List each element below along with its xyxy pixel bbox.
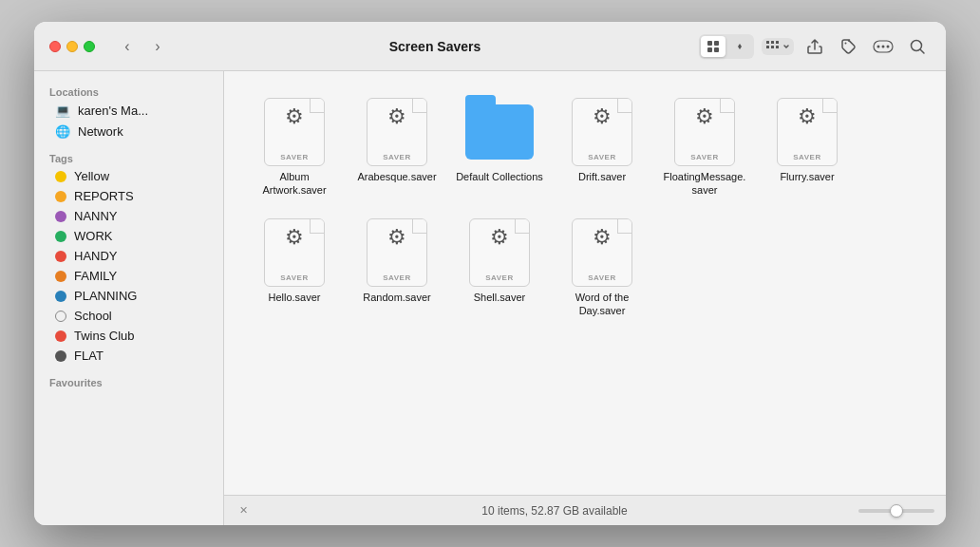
file-icon-container: ⚙ SAVER <box>260 98 329 166</box>
work-dot <box>55 231 66 242</box>
saver-icon: ⚙ SAVER <box>572 218 632 287</box>
sidebar: Locations 💻 karen's Ma... 🌐 Network Tags… <box>34 71 224 525</box>
saver-label: SAVER <box>383 274 410 282</box>
slider-track[interactable] <box>858 509 934 513</box>
sidebar-item-school[interactable]: School <box>40 306 217 326</box>
svg-rect-0 <box>707 41 712 46</box>
sidebar-item-flat[interactable]: FLAT <box>40 346 217 366</box>
file-item-default-collections[interactable]: Default Collections <box>452 90 547 203</box>
sidebar-item-yellow[interactable]: Yellow <box>40 166 217 186</box>
sidebar-item-family[interactable]: FAMILY <box>40 266 217 286</box>
view-toggle <box>699 34 754 59</box>
file-item-hello[interactable]: ⚙ SAVER Hello.saver <box>247 211 342 324</box>
sidebar-item-karens-mac[interactable]: 💻 karen's Ma... <box>40 100 217 121</box>
file-icon-container: ⚙ SAVER <box>465 218 534 287</box>
file-name: Default Collections <box>456 170 543 183</box>
back-button[interactable]: ‹ <box>114 33 141 60</box>
finder-window: ‹ › Screen Savers <box>34 22 946 525</box>
network-icon: 🌐 <box>55 123 70 139</box>
grid-view-button[interactable] <box>701 36 726 57</box>
sidebar-item-nanny[interactable]: NANNY <box>40 206 217 226</box>
share-button[interactable] <box>801 33 828 60</box>
sidebar-item-label: karen's Ma... <box>78 104 148 118</box>
titlebar: ‹ › Screen Savers <box>34 22 946 71</box>
sidebar-item-twins-club[interactable]: Twins Club <box>40 326 217 346</box>
file-name: Arabesque.saver <box>357 170 436 183</box>
window-title: Screen Savers <box>182 39 688 54</box>
sidebar-item-label: REPORTS <box>74 189 134 203</box>
saver-label: SAVER <box>485 274 513 282</box>
file-item-word-of-day[interactable]: ⚙ SAVER Word of theDay.saver <box>555 211 650 324</box>
more-button[interactable] <box>870 33 896 60</box>
svg-point-12 <box>882 45 885 47</box>
svg-rect-5 <box>771 41 774 44</box>
file-icon-container: ⚙ SAVER <box>568 98 636 166</box>
file-item-random[interactable]: ⚙ SAVER Random.saver <box>349 211 444 324</box>
svg-rect-3 <box>714 47 719 52</box>
file-icon-container: ⚙ SAVER <box>363 218 431 287</box>
forward-button[interactable]: › <box>144 33 171 60</box>
traffic-lights <box>49 41 95 52</box>
sidebar-item-planning[interactable]: PLANNING <box>40 286 217 306</box>
sidebar-item-label: Network <box>78 124 123 139</box>
saver-label: SAVER <box>690 153 718 161</box>
search-button[interactable] <box>904 33 931 60</box>
sidebar-item-label: NANNY <box>74 209 118 223</box>
sidebar-item-network[interactable]: 🌐 Network <box>40 121 217 141</box>
svg-rect-9 <box>776 46 779 48</box>
svg-point-11 <box>877 45 880 47</box>
file-item-shell[interactable]: ⚙ SAVER Shell.saver <box>452 211 547 324</box>
gear-icon: ⚙ <box>285 225 304 250</box>
sort-button[interactable] <box>727 36 752 57</box>
saver-icon: ⚙ SAVER <box>572 98 632 166</box>
sidebar-item-label: FAMILY <box>74 269 117 283</box>
minimize-button[interactable] <box>66 41 78 52</box>
file-name: Flurry.saver <box>780 170 834 183</box>
file-name: Drift.saver <box>578 170 626 183</box>
svg-rect-4 <box>766 41 769 44</box>
saver-icon: ⚙ SAVER <box>469 218 530 287</box>
sidebar-item-label: WORK <box>74 229 112 243</box>
file-name: FloatingMessage.saver <box>664 170 746 198</box>
file-item-flurry[interactable]: ⚙ SAVER Flurry.saver <box>760 90 855 203</box>
file-item-floating-message[interactable]: ⚙ SAVER FloatingMessage.saver <box>657 90 752 203</box>
saver-icon: ⚙ SAVER <box>264 218 325 287</box>
svg-point-13 <box>887 45 890 47</box>
handy-dot <box>55 251 66 262</box>
gear-icon: ⚙ <box>695 104 714 129</box>
sidebar-item-reports[interactable]: REPORTS <box>40 186 217 206</box>
maximize-button[interactable] <box>84 41 95 52</box>
gear-icon: ⚙ <box>387 225 406 250</box>
family-dot <box>55 271 66 282</box>
close-button[interactable] <box>49 41 61 52</box>
gear-icon: ⚙ <box>593 225 612 250</box>
saver-label: SAVER <box>793 153 820 161</box>
sidebar-item-label: Yellow <box>74 169 109 183</box>
file-icon-container: ⚙ SAVER <box>363 98 431 166</box>
toolbar-right <box>699 33 931 60</box>
status-close-button[interactable]: ✕ <box>236 503 251 519</box>
file-name: Hello.saver <box>268 291 320 304</box>
tag-button[interactable] <box>836 33 862 60</box>
saver-icon: ⚙ SAVER <box>264 98 325 166</box>
sidebar-item-label: PLANNING <box>74 289 137 303</box>
sidebar-item-handy[interactable]: HANDY <box>40 246 217 266</box>
status-bar: ✕ 10 items, 52.87 GB available <box>224 495 946 525</box>
file-area: ⚙ SAVER AlbumArtwork.saver ⚙ SAVER Ara <box>224 71 946 525</box>
view-options-button[interactable] <box>762 38 794 55</box>
gear-icon: ⚙ <box>387 104 406 129</box>
yellow-dot <box>55 171 66 182</box>
file-item-drift[interactable]: ⚙ SAVER Drift.saver <box>555 90 650 203</box>
slider-thumb[interactable] <box>890 504 903 518</box>
file-icon-container: ⚙ SAVER <box>670 98 739 166</box>
saver-icon: ⚙ SAVER <box>674 98 735 166</box>
sidebar-item-work[interactable]: WORK <box>40 226 217 246</box>
folder-icon <box>465 104 534 160</box>
saver-label: SAVER <box>588 153 615 161</box>
files-grid: ⚙ SAVER AlbumArtwork.saver ⚙ SAVER Ara <box>224 71 946 495</box>
file-item-album-artwork[interactable]: ⚙ SAVER AlbumArtwork.saver <box>247 90 342 203</box>
school-dot <box>55 311 66 322</box>
file-item-arabesque[interactable]: ⚙ SAVER Arabesque.saver <box>349 90 444 203</box>
saver-label: SAVER <box>280 153 308 161</box>
favourites-label: Favourites <box>34 373 223 390</box>
